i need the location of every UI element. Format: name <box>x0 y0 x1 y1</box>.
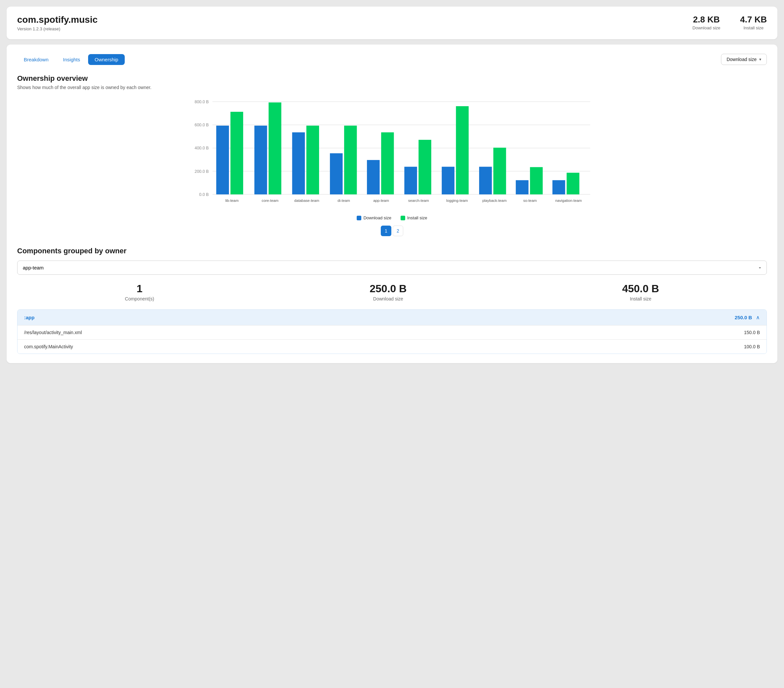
file-size-1: 150.0 B <box>744 330 760 335</box>
svg-text:logging-team: logging-team <box>446 199 468 202</box>
svg-rect-10 <box>216 126 229 195</box>
ownership-chart: 800.0 B 600.0 B 400.0 B 200.0 B 0.0 B li… <box>17 98 767 210</box>
svg-rect-17 <box>306 126 319 195</box>
chevron-up-icon: ∧ <box>756 314 760 320</box>
component-file-row-1: /res/layout/activity_main.xml 150.0 B <box>18 325 766 339</box>
component-download-label: Download size <box>370 296 407 301</box>
chevron-down-icon: ▾ <box>759 57 761 62</box>
component-size: 250.0 B <box>735 315 752 320</box>
component-group-app: :app 250.0 B ∧ /res/layout/activity_main… <box>17 309 767 354</box>
download-size-value: 2.8 KB <box>693 15 721 25</box>
tab-ownership[interactable]: Ownership <box>88 54 125 65</box>
chart-svg: 800.0 B 600.0 B 400.0 B 200.0 B 0.0 B li… <box>17 98 767 210</box>
svg-text:200.0 B: 200.0 B <box>195 169 209 174</box>
install-size-stat: 4.7 KB Install size <box>740 15 767 30</box>
svg-rect-28 <box>442 167 455 195</box>
overview-title: Ownership overview <box>17 74 767 83</box>
tab-insights[interactable]: Insights <box>56 54 87 65</box>
svg-rect-11 <box>230 112 243 194</box>
svg-text:lib-team: lib-team <box>226 199 239 202</box>
svg-text:400.0 B: 400.0 B <box>195 146 209 150</box>
app-title: com.spotify.music <box>17 15 98 25</box>
svg-text:0.0 B: 0.0 B <box>199 192 209 197</box>
download-color-dot <box>357 216 361 220</box>
svg-rect-32 <box>493 148 506 195</box>
component-download-stat: 250.0 B Download size <box>370 282 407 301</box>
chart-pagination: 1 2 <box>17 226 767 236</box>
overview-subtitle: Shows how much of the overall app size i… <box>17 85 767 90</box>
components-section: Components grouped by owner app-team lib… <box>17 247 767 354</box>
component-install-stat: 450.0 B Install size <box>622 282 659 301</box>
component-header-right: 250.0 B ∧ <box>735 314 760 320</box>
svg-text:search-team: search-team <box>408 199 429 202</box>
svg-rect-26 <box>418 140 431 194</box>
download-size-label: Download size <box>693 25 721 30</box>
svg-rect-22 <box>367 160 380 194</box>
components-stats-row: 1 Component(s) 250.0 B Download size 450… <box>17 282 767 301</box>
svg-rect-25 <box>404 167 417 195</box>
svg-text:di-team: di-team <box>338 199 350 202</box>
file-size-2: 100.0 B <box>744 344 760 349</box>
component-count-stat: 1 Component(s) <box>125 282 155 301</box>
ownership-overview: Ownership overview Shows how much of the… <box>17 74 767 236</box>
component-file-row-2: com.spotify.MainActivity 100.0 B <box>18 339 766 353</box>
svg-text:app-team: app-team <box>373 199 389 202</box>
tabs-bar: Breakdown Insights Ownership Download si… <box>17 54 767 65</box>
file-path-2: com.spotify.MainActivity <box>24 344 73 349</box>
svg-rect-35 <box>530 167 543 195</box>
download-size-stat: 2.8 KB Download size <box>693 15 721 30</box>
file-path-1: /res/layout/activity_main.xml <box>24 330 82 335</box>
svg-rect-37 <box>552 180 565 194</box>
owner-select[interactable]: app-team lib-team core-team database-tea… <box>17 261 767 275</box>
install-color-dot <box>400 216 405 220</box>
svg-rect-20 <box>344 126 357 195</box>
svg-text:navigation-team: navigation-team <box>555 199 582 202</box>
svg-text:playback-team: playback-team <box>483 199 507 202</box>
component-install-label: Install size <box>622 296 659 301</box>
component-header-app[interactable]: :app 250.0 B ∧ <box>18 310 766 325</box>
svg-rect-29 <box>456 106 469 194</box>
svg-text:800.0 B: 800.0 B <box>195 100 209 104</box>
app-version: Version 1.2.3 (release) <box>17 26 98 31</box>
page-1-button[interactable]: 1 <box>381 226 391 236</box>
svg-text:so-team: so-team <box>523 199 537 202</box>
install-size-value: 4.7 KB <box>740 15 767 25</box>
component-install-value: 450.0 B <box>622 282 659 295</box>
svg-rect-23 <box>381 132 394 194</box>
component-download-value: 250.0 B <box>370 282 407 295</box>
legend-download-label: Download size <box>363 215 391 220</box>
size-type-dropdown[interactable]: Download size ▾ <box>721 54 767 65</box>
svg-rect-14 <box>268 103 282 195</box>
size-stats: 2.8 KB Download size 4.7 KB Install size <box>693 15 767 30</box>
svg-text:core-team: core-team <box>262 199 278 202</box>
page-2-button[interactable]: 2 <box>393 226 403 236</box>
dropdown-label: Download size <box>726 57 757 62</box>
svg-rect-13 <box>254 126 267 195</box>
legend-install: Install size <box>400 215 427 220</box>
legend-download: Download size <box>357 215 391 220</box>
header-card: com.spotify.music Version 1.2.3 (release… <box>7 7 777 39</box>
tab-breakdown[interactable]: Breakdown <box>17 54 55 65</box>
legend-install-label: Install size <box>407 215 427 220</box>
app-info: com.spotify.music Version 1.2.3 (release… <box>17 15 98 31</box>
svg-rect-19 <box>330 153 343 195</box>
install-size-label: Install size <box>740 25 767 30</box>
tab-group: Breakdown Insights Ownership <box>17 54 125 65</box>
component-count-label: Component(s) <box>125 296 155 301</box>
component-name[interactable]: :app <box>24 315 35 320</box>
chart-legend: Download size Install size <box>17 215 767 220</box>
components-title: Components grouped by owner <box>17 247 767 255</box>
main-card: Breakdown Insights Ownership Download si… <box>7 44 777 363</box>
svg-text:database-team: database-team <box>294 199 320 202</box>
svg-rect-34 <box>516 180 529 194</box>
component-count-value: 1 <box>125 282 155 295</box>
svg-rect-31 <box>479 167 492 195</box>
svg-rect-16 <box>292 132 305 194</box>
svg-text:600.0 B: 600.0 B <box>195 123 209 127</box>
svg-rect-38 <box>567 173 580 195</box>
